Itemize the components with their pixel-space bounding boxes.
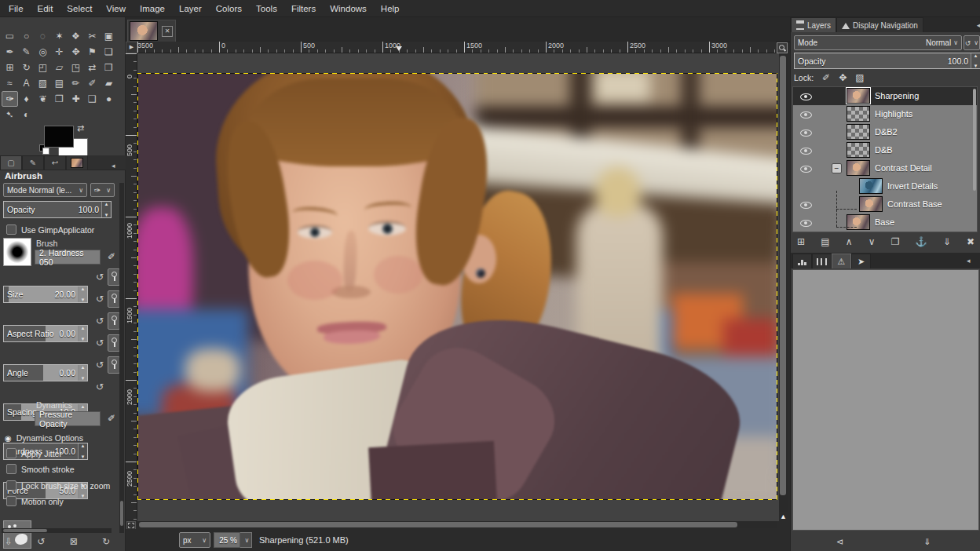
tool-scissors-select[interactable]: ✂ [84, 28, 101, 44]
tool-heal[interactable]: ✚ [68, 91, 84, 107]
raise-layer-button[interactable]: ∧ [846, 236, 853, 247]
spinner[interactable]: ▴▾ [78, 326, 87, 341]
tool-crop[interactable]: ❏ [101, 44, 117, 60]
tool-blur-sharpen[interactable]: ● [101, 91, 117, 107]
scroll-up-icon[interactable]: ▲ [780, 513, 787, 520]
collapse-dock-icon[interactable]: ◂ [967, 257, 971, 265]
reset-tool-options-button[interactable]: ↻ [102, 536, 110, 547]
tab-undo-history[interactable]: ↩ [44, 155, 66, 170]
tool-pencil[interactable]: ✏ [68, 75, 84, 91]
spinner[interactable]: ▴▾ [101, 202, 111, 217]
tool-ellipse-select[interactable]: ○ [18, 28, 35, 44]
layer-opacity-slider[interactable]: Opacity 100.0 ▴▾ [794, 53, 980, 69]
new-group-button[interactable]: ▤ [821, 236, 829, 247]
visibility-eye-icon[interactable] [800, 91, 812, 101]
tool-dodge-burn[interactable]: ◐ [18, 107, 35, 122]
edit-dynamics-button[interactable]: ✐ [104, 413, 119, 424]
spinner[interactable]: ▴▾ [78, 286, 87, 302]
save-errors-button[interactable]: ⇓ [923, 537, 931, 547]
swap-colors-icon[interactable]: ⇄ [77, 123, 84, 133]
checkbox-icon[interactable] [6, 496, 16, 506]
layer-row-contrast-detail[interactable]: − Contrast Detail [793, 159, 977, 177]
tool-airbrush[interactable]: ✑ [2, 91, 18, 107]
vertical-ruler[interactable]: 05001000150020002500 [126, 53, 137, 520]
size-slider[interactable]: Size 20.00 ▴▾ [3, 286, 88, 303]
tab-device-status[interactable]: ✎ [22, 155, 44, 170]
tab-histogram[interactable] [792, 254, 812, 268]
lock-pixels-icon[interactable]: ✐ [822, 72, 830, 83]
image-tab[interactable]: ✕ [127, 20, 176, 42]
mode-switch-button[interactable]: ✑∨ [90, 183, 115, 197]
tool-paths[interactable]: ✒ [2, 44, 18, 60]
layer-row-invert-details[interactable]: Invert Details [793, 177, 977, 195]
tool-free-select[interactable]: ◌ [35, 28, 51, 44]
link-spacing-button[interactable] [108, 334, 120, 352]
tool-move[interactable]: ✥ [68, 44, 84, 60]
lock-position-icon[interactable]: ✥ [839, 72, 847, 83]
tab-display-navigation[interactable]: Display Navigation [836, 17, 923, 32]
zoom-value-field[interactable]: 25 % [214, 532, 240, 548]
tool-mypaint-brush[interactable]: ❦ [35, 91, 51, 107]
tool-fuzzy-select[interactable]: ✶ [51, 28, 68, 44]
tool-warp[interactable]: ≈ [2, 75, 18, 91]
tool-unified-transform[interactable]: ⊞ [2, 60, 18, 75]
reset-angle-button[interactable]: ↺ [93, 316, 106, 327]
tool-scale[interactable]: ◰ [35, 60, 51, 75]
spinner[interactable]: ▴▾ [971, 53, 980, 68]
tab-error-console[interactable]: ⚠ [832, 254, 851, 268]
tab-layers[interactable]: Layers [791, 17, 836, 32]
layer-row-sharpening[interactable]: Sharpening [793, 87, 977, 105]
tab-image-thumbnail[interactable] [66, 155, 88, 170]
edit-brush-button[interactable]: ✐ [104, 251, 119, 262]
tool-ink[interactable]: ♦ [18, 91, 35, 107]
horizontal-ruler[interactable]: 0500100015002000250030003500 [137, 42, 776, 53]
angle-slider[interactable]: Angle 0.00 ▴▾ [3, 364, 88, 381]
brush-name-box[interactable]: 2. Hardness 050 [35, 250, 101, 265]
tool-perspective-clone[interactable]: ❑ [84, 91, 101, 107]
spinner[interactable]: ▴▾ [78, 443, 87, 459]
canvas-vscrollbar[interactable] [779, 53, 788, 512]
brush-preview-button[interactable] [3, 238, 31, 266]
tool-cage-transform[interactable]: ❒ [101, 60, 117, 75]
aspect-ratio-slider[interactable]: Aspect Ratio 0.00 ▴▾ [3, 325, 88, 342]
clear-errors-button[interactable]: ⊲ [836, 537, 843, 547]
menu-item[interactable]: Edit [31, 2, 60, 16]
lock-brush-size-row[interactable]: Lock brush size to zoom [6, 480, 110, 491]
tool-paintbrush[interactable]: ✐ [84, 75, 101, 91]
checkbox-icon[interactable] [6, 464, 16, 474]
restore-tool-preset-button[interactable]: ↺ [37, 536, 45, 547]
default-modes-button[interactable]: ↺∨ [964, 35, 980, 50]
tool-perspective[interactable]: ◳ [68, 60, 84, 75]
layer-mode-dropdown[interactable]: Mode Normal∨ [794, 35, 962, 50]
menu-item[interactable]: Filters [284, 2, 323, 16]
layer-row-contrast-base[interactable]: Contrast Base [793, 195, 977, 213]
opacity-slider[interactable]: Opacity 100.0 ▴▾ [3, 201, 112, 218]
menu-item[interactable]: Image [133, 2, 172, 16]
tool-text[interactable]: A [18, 75, 35, 91]
layer-list-scrollbar[interactable] [973, 89, 976, 191]
checkbox-icon[interactable] [6, 480, 16, 491]
menu-item[interactable]: Tools [249, 2, 284, 16]
use-gimpapplicator-row[interactable]: Use GimpApplicator [6, 224, 94, 235]
visibility-eye-icon[interactable] [800, 217, 812, 228]
delete-tool-preset-button[interactable]: ⊠ [70, 536, 78, 547]
visibility-eye-icon[interactable] [800, 109, 812, 119]
tool-shear[interactable]: ▱ [51, 60, 68, 75]
menu-item[interactable]: Colors [209, 2, 249, 16]
tool-options-vscrollbar[interactable] [119, 183, 124, 533]
tab-tool-options[interactable]: ▢ [0, 155, 22, 170]
anchor-layer-button[interactable]: ⚓ [916, 236, 927, 247]
save-tool-preset-button[interactable]: ⇩ [5, 536, 13, 547]
menu-item[interactable]: View [99, 2, 133, 16]
lock-alpha-icon[interactable]: ▨ [855, 72, 864, 83]
tab-selection-editor[interactable]: ➤ [851, 254, 871, 268]
duplicate-layer-button[interactable]: ❐ [891, 236, 900, 247]
visibility-eye-icon[interactable] [800, 145, 812, 155]
layer-row-db[interactable]: D&B [793, 141, 977, 159]
smooth-stroke-row[interactable]: Smooth stroke [6, 464, 75, 474]
lower-layer-button[interactable]: ∨ [868, 236, 876, 247]
layer-row-db2[interactable]: D&B2 [793, 123, 977, 141]
foreground-color-swatch[interactable] [44, 126, 74, 148]
link-aspect-button[interactable] [108, 290, 120, 308]
reset-aspect-button[interactable]: ↺ [93, 294, 106, 305]
